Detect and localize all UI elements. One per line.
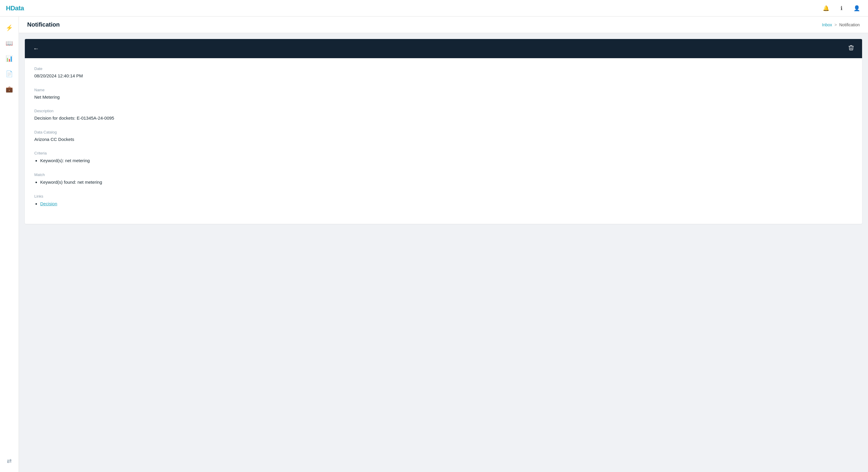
sidebar-item-book[interactable]: 📖 — [3, 37, 16, 49]
data-catalog-field-group: Data Catalog Arizona CC Dockets — [34, 130, 852, 143]
toggle-icon: ⇄ — [7, 457, 12, 464]
book-icon: 📖 — [6, 40, 13, 47]
notification-card: ← Date 08/20/2024 12:40:14 PM Name Net — [25, 39, 862, 224]
user-icon: 👤 — [854, 5, 860, 11]
date-value: 08/20/2024 12:40:14 PM — [34, 73, 852, 79]
criteria-field-group: Criteria Keyword(s): net metering — [34, 151, 852, 164]
sidebar: ⚡ 📖 📊 📄 💼 ⇄ — [0, 16, 19, 472]
card-header-bar: ← — [25, 39, 862, 58]
bell-button[interactable]: 🔔 — [821, 3, 831, 13]
links-list: Decision — [34, 200, 852, 207]
logo: HData — [6, 4, 24, 12]
name-value: Net Metering — [34, 94, 852, 101]
nav-icons: 🔔 ℹ 👤 — [821, 3, 862, 13]
info-icon: ℹ — [840, 5, 843, 11]
data-catalog-value: Arizona CC Dockets — [34, 136, 852, 143]
match-label: Match — [34, 172, 852, 177]
trending-icon: ⚡ — [6, 24, 13, 31]
date-label: Date — [34, 66, 852, 71]
user-button[interactable]: 👤 — [851, 3, 862, 13]
match-list: Keyword(s) found: net metering — [34, 179, 852, 186]
info-button[interactable]: ℹ — [836, 3, 847, 13]
sidebar-bottom: ⇄ — [3, 454, 16, 467]
criteria-label: Criteria — [34, 151, 852, 155]
match-item: Keyword(s) found: net metering — [40, 179, 852, 186]
document-icon: 📄 — [6, 70, 13, 77]
data-catalog-label: Data Catalog — [34, 130, 852, 134]
card-body: Date 08/20/2024 12:40:14 PM Name Net Met… — [25, 58, 862, 224]
page-title: Notification — [27, 21, 60, 28]
breadcrumb-separator: > — [835, 23, 837, 27]
app-body: ⚡ 📖 📊 📄 💼 ⇄ Notification Inbox > Noti — [0, 16, 868, 472]
name-field-group: Name Net Metering — [34, 88, 852, 101]
date-field-group: Date 08/20/2024 12:40:14 PM — [34, 66, 852, 79]
breadcrumb: Inbox > Notification — [822, 23, 860, 27]
sidebar-item-briefcase[interactable]: 💼 — [3, 83, 16, 96]
description-label: Description — [34, 109, 852, 113]
links-item: Decision — [40, 200, 852, 207]
criteria-item: Keyword(s): net metering — [40, 157, 852, 164]
page-header: Notification Inbox > Notification — [19, 16, 868, 33]
links-label: Links — [34, 194, 852, 199]
description-field-group: Description Decision for dockets: E-0134… — [34, 109, 852, 122]
links-field-group: Links Decision — [34, 194, 852, 207]
decision-link[interactable]: Decision — [40, 201, 57, 206]
description-value: Decision for dockets: E-01345A-24-0095 — [34, 115, 852, 122]
match-field-group: Match Keyword(s) found: net metering — [34, 172, 852, 186]
trash-icon — [848, 45, 854, 51]
logo-h: H — [6, 4, 10, 12]
sidebar-item-trending[interactable]: ⚡ — [3, 21, 16, 34]
breadcrumb-current: Notification — [839, 23, 860, 27]
bell-icon: 🔔 — [823, 5, 829, 11]
back-button[interactable]: ← — [31, 44, 41, 53]
sidebar-item-document[interactable]: 📄 — [3, 67, 16, 80]
name-label: Name — [34, 88, 852, 92]
main-content: Notification Inbox > Notification ← — [19, 16, 868, 472]
sidebar-item-toggle[interactable]: ⇄ — [3, 454, 16, 467]
delete-button[interactable] — [846, 44, 856, 54]
sidebar-item-chart[interactable]: 📊 — [3, 52, 16, 65]
briefcase-icon: 💼 — [6, 86, 13, 93]
breadcrumb-inbox-link[interactable]: Inbox — [822, 23, 832, 27]
chart-icon: 📊 — [6, 55, 13, 62]
logo-data: Data — [10, 4, 24, 12]
top-nav: HData 🔔 ℹ 👤 — [0, 0, 868, 16]
criteria-list: Keyword(s): net metering — [34, 157, 852, 164]
